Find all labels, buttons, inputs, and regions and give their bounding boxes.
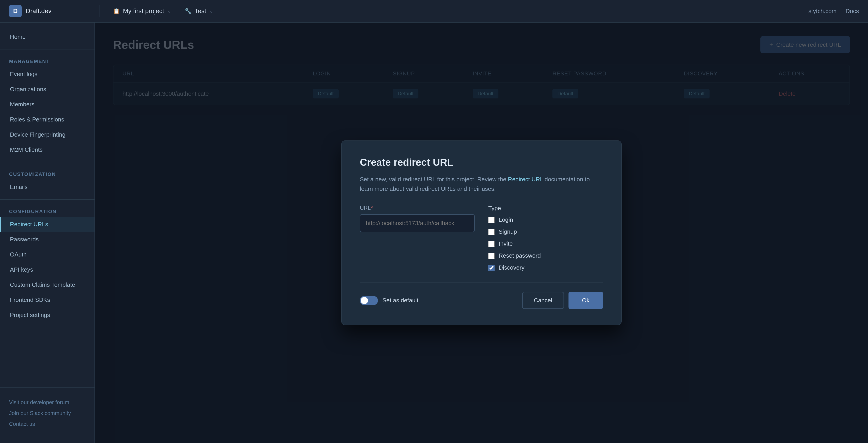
sidebar-item-oauth[interactable]: OAuth [0,247,94,262]
sidebar-label-organizations: Organizations [10,86,46,93]
modal-desc-text: Set a new, valid redirect URL for this p… [360,176,508,183]
sidebar-label-oauth: OAuth [10,251,27,258]
cancel-button[interactable]: Cancel [522,292,564,309]
sidebar-label-emails: Emails [10,183,28,191]
sidebar-label-passwords: Passwords [10,236,39,243]
checkbox-group: Login Signup Invite [488,216,603,271]
sidebar-item-api-keys[interactable]: API keys [0,262,94,277]
content-area: Redirect URLs + Create new redirect URL … [95,23,868,443]
url-input[interactable] [360,214,475,232]
modal-body: URL* Type Login [360,205,603,271]
sidebar-item-custom-claims[interactable]: Custom Claims Template [0,277,94,293]
project-icon: 📋 [113,8,120,14]
footer-link-contact[interactable]: Contact us [9,419,86,430]
redirect-url-doc-link[interactable]: Redirect URL [508,176,543,183]
checkbox-login[interactable]: Login [488,216,603,223]
checkbox-reset-password-input[interactable] [488,253,495,259]
sidebar-inner: Home MANAGEMENT Event logs Organizations… [0,29,94,436]
sidebar-item-frontend-sdks[interactable]: Frontend SDKs [0,293,94,308]
nav-area: 📋 My first project ⌄ 🔧 Test ⌄ [99,5,809,17]
sidebar-item-event-logs[interactable]: Event logs [0,67,94,82]
checkbox-login-input[interactable] [488,217,495,223]
section-label-management: MANAGEMENT [0,54,94,67]
sidebar-label-event-logs: Event logs [10,71,37,78]
sidebar-divider-3 [0,199,94,200]
stytch-link[interactable]: stytch.com [809,8,837,15]
footer-link-slack[interactable]: Join our Slack community [9,408,86,419]
test-chevron-icon: ⌄ [209,8,213,14]
sidebar-label-roles-permissions: Roles & Permissions [10,116,64,123]
create-redirect-modal: Create redirect URL Set a new, valid red… [341,140,622,325]
checkbox-signup-input[interactable] [488,229,495,235]
sidebar-label-members: Members [10,101,34,108]
checkbox-reset-password[interactable]: Reset password [488,252,603,259]
checkbox-discovery[interactable]: Discovery [488,264,603,271]
checkbox-invite-label: Invite [499,240,513,247]
checkbox-invite[interactable]: Invite [488,240,603,247]
sidebar-divider-2 [0,162,94,162]
modal-title: Create redirect URL [360,157,603,168]
sidebar-divider-1 [0,49,94,49]
sidebar-nav: Home MANAGEMENT Event logs Organizations… [0,29,94,378]
sidebar-item-home[interactable]: Home [0,29,94,44]
main-layout: Home MANAGEMENT Event logs Organizations… [0,23,868,443]
top-header: D Draft.dev 📋 My first project ⌄ 🔧 Test … [0,0,868,23]
checkbox-discovery-label: Discovery [499,264,524,271]
toggle-track [360,296,378,305]
checkbox-discovery-input[interactable] [488,265,495,271]
checkbox-signup-label: Signup [499,228,517,235]
modal-footer: Set as default Cancel Ok [360,282,603,309]
sidebar-label-m2m-clients: M2M Clients [10,146,42,153]
footer-link-dev-forum[interactable]: Visit our developer forum [9,397,86,408]
url-field-label: URL* [360,205,475,211]
logo-icon: D [9,5,22,18]
sidebar: Home MANAGEMENT Event logs Organizations… [0,23,95,443]
default-toggle[interactable] [360,296,378,305]
sidebar-home-label: Home [10,33,26,40]
toggle-label: Set as default [382,297,418,304]
modal-overlay: Create redirect URL Set a new, valid red… [95,23,868,443]
sidebar-label-redirect-urls: Redirect URLs [10,221,48,228]
sidebar-label-custom-claims: Custom Claims Template [10,281,75,288]
modal-description: Set a new, valid redirect URL for this p… [360,175,603,194]
modal-actions: Cancel Ok [522,292,603,309]
checkbox-reset-password-label: Reset password [499,252,541,259]
toggle-area: Set as default [360,296,418,305]
header-right: stytch.com Docs [809,8,859,15]
test-icon: 🔧 [185,8,191,14]
sidebar-item-m2m-clients[interactable]: M2M Clients [0,142,94,158]
project-chevron-icon: ⌄ [167,8,171,14]
checkbox-invite-input[interactable] [488,241,495,247]
toggle-thumb [361,297,368,304]
logo-area: D Draft.dev [9,5,99,18]
sidebar-label-api-keys: API keys [10,266,33,273]
nav-project[interactable]: 📋 My first project ⌄ [108,5,176,17]
sidebar-footer: Visit our developer forum Join our Slack… [0,387,94,436]
sidebar-label-frontend-sdks: Frontend SDKs [10,297,50,303]
docs-link[interactable]: Docs [846,8,859,15]
section-label-customization: CUSTOMIZATION [0,167,94,179]
sidebar-item-project-settings[interactable]: Project settings [0,308,94,322]
section-label-configuration: CONFIGURATION [0,204,94,217]
sidebar-label-project-settings: Project settings [10,312,50,318]
sidebar-item-roles-permissions[interactable]: Roles & Permissions [0,112,94,127]
sidebar-item-emails[interactable]: Emails [0,179,94,195]
url-required-marker: * [371,205,373,211]
checkbox-signup[interactable]: Signup [488,228,603,235]
sidebar-label-device-fingerprinting: Device Fingerprinting [10,131,66,138]
logo-text: Draft.dev [26,7,52,15]
nav-project-label: My first project [123,7,164,15]
checkbox-login-label: Login [499,216,513,223]
nav-test-label: Test [195,7,206,15]
type-label: Type [488,205,603,212]
modal-left-panel: URL* [360,205,475,271]
sidebar-item-redirect-urls[interactable]: Redirect URLs [0,217,94,232]
sidebar-item-passwords[interactable]: Passwords [0,232,94,247]
nav-test[interactable]: 🔧 Test ⌄ [180,5,218,17]
sidebar-item-members[interactable]: Members [0,97,94,112]
modal-right-panel: Type Login Signup [488,205,603,271]
sidebar-item-organizations[interactable]: Organizations [0,82,94,97]
sidebar-item-device-fingerprinting[interactable]: Device Fingerprinting [0,127,94,142]
ok-button[interactable]: Ok [568,292,603,309]
